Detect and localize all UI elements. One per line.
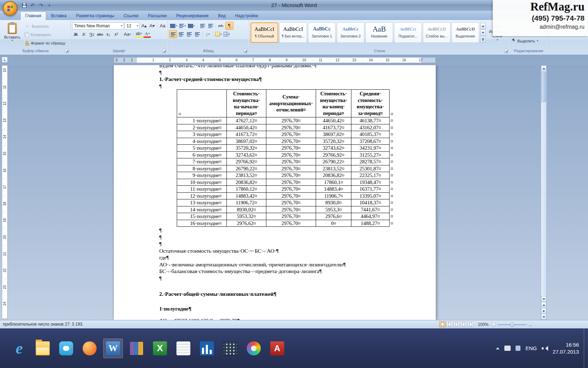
zoom-slider[interactable] [498, 324, 526, 325]
strikethrough-button[interactable]: abc [96, 30, 104, 38]
value-cell[interactable]: 41673,72¤ [316, 124, 351, 131]
value-cell[interactable]: 2976,70¤ [266, 186, 316, 193]
value-cell[interactable]: 13395,07¤ [351, 192, 389, 199]
value-cell[interactable]: 38697,02¤ [316, 131, 351, 138]
style-item[interactable]: АаBbCсiПодзагол... [394, 22, 422, 43]
row-label-cell[interactable]: 14·полугодие¤ [177, 206, 227, 213]
value-cell[interactable]: 1488,27¤ [351, 220, 389, 227]
value-cell[interactable]: 2976,70¤ [266, 165, 316, 172]
taskbar-item-word[interactable]: W [104, 339, 122, 358]
row-label-cell[interactable]: 6·полугодие¤ [177, 151, 227, 158]
value-cell[interactable]: 37208,67¤ [351, 138, 389, 145]
underline-button[interactable]: Ч▾ [88, 30, 96, 38]
align-right-button[interactable] [186, 30, 193, 38]
row-label-cell[interactable]: 15·полугодие¤ [177, 213, 227, 220]
row-label-cell[interactable]: 7·полугодие¤ [177, 158, 227, 165]
zoom-slider-thumb[interactable] [511, 322, 514, 327]
bullets-button[interactable]: ▾ [169, 22, 178, 29]
font-size-combo[interactable]: 12 ▾ [125, 22, 140, 29]
zoom-out-button[interactable]: − [491, 322, 496, 327]
value-cell[interactable]: 20836,82¤ [226, 179, 266, 186]
styles-dialog-launcher[interactable] [504, 49, 509, 53]
value-cell[interactable]: 5953,32¤ [226, 213, 266, 220]
previous-page-button[interactable] [541, 302, 546, 308]
zoom-level[interactable]: 100% [476, 322, 489, 327]
value-cell[interactable]: 2976,70¤ [266, 145, 316, 152]
taskbar-item-acrobat[interactable]: A [268, 339, 287, 358]
scroll-up-button[interactable] [541, 66, 546, 71]
value-cell[interactable]: 23813,52¤ [316, 165, 351, 172]
value-cell[interactable]: 0¤ [316, 220, 351, 227]
value-cell[interactable]: 44650,42¤ [226, 124, 266, 131]
clear-formatting-button[interactable]: Аа [159, 22, 166, 29]
value-cell[interactable]: 14883,4¤ [316, 186, 351, 193]
taskbar-item-chart-app[interactable] [197, 339, 216, 358]
highlight-button[interactable]: ab▾ [135, 30, 143, 38]
fullscreen-view-button[interactable] [446, 321, 453, 327]
value-cell[interactable]: 2976,70¤ [266, 158, 316, 165]
tab-Вставка[interactable]: Вставка [47, 12, 71, 20]
web-layout-view-button[interactable] [453, 321, 460, 327]
tab-Надстройки[interactable]: Надстройки [231, 12, 263, 20]
tab-Рассылки[interactable]: Рассылки [143, 12, 171, 20]
undo-button[interactable]: ↶ [29, 1, 36, 9]
value-cell[interactable]: 2976,70¤ [266, 206, 316, 213]
grow-font-button[interactable]: А▴ [140, 22, 148, 29]
value-cell[interactable]: 4464,97¤ [351, 213, 389, 220]
qat-customize-button[interactable]: ▾ [46, 1, 53, 9]
row-label-cell[interactable]: 16·полугодие¤ [177, 220, 227, 227]
row-label-cell[interactable]: 8·полугодие¤ [177, 165, 227, 172]
tab-Разметка страницы[interactable]: Разметка страницы [71, 12, 119, 20]
row-label-cell[interactable]: 9·полугодие¤ [177, 172, 227, 179]
value-cell[interactable]: 2976,70¤ [266, 172, 316, 179]
font-dialog-launcher[interactable] [162, 49, 167, 53]
tab-Главная[interactable]: Главная [20, 12, 46, 20]
value-cell[interactable]: 44650,42¤ [316, 117, 351, 124]
redo-button[interactable]: ↷ [37, 1, 45, 9]
shrink-font-button[interactable]: А▾ [148, 22, 156, 29]
style-item[interactable]: АаBbCсЗаголовок 2 [337, 22, 364, 43]
styles-more-button[interactable] [480, 36, 486, 42]
volume-icon[interactable] [542, 346, 548, 351]
table-header-cell[interactable]: Стоимость·имущества·на·начало·периода¤ [226, 90, 266, 117]
superscript-button[interactable]: x² [113, 30, 120, 38]
value-cell[interactable]: 10418,37¤ [351, 199, 389, 206]
value-cell[interactable]: 11906,7¤ [316, 192, 351, 199]
value-cell[interactable]: 41673,72¤ [226, 131, 266, 138]
row-label-cell[interactable]: 2·полугодие¤ [177, 124, 227, 131]
style-item[interactable]: АаBbCcI¶ Обычный [251, 22, 278, 43]
office-button[interactable] [3, 1, 18, 16]
value-cell[interactable]: 8930,02¤ [226, 206, 266, 213]
value-cell[interactable]: 5953,3¤ [316, 206, 351, 213]
value-cell[interactable]: 2976,70¤ [266, 199, 316, 206]
row-label-cell[interactable]: 12·полугодие¤ [177, 192, 227, 199]
value-cell[interactable]: 2976,70¤ [266, 179, 316, 186]
taskbar-item-browser[interactable] [80, 339, 99, 358]
value-cell[interactable]: 29766,92¤ [316, 151, 351, 158]
show-desktop-button[interactable] [584, 328, 586, 368]
value-cell[interactable]: 32743,62¤ [226, 151, 266, 158]
value-cell[interactable]: 43162,07¤ [351, 124, 389, 131]
value-cell[interactable]: 17860,12¤ [226, 186, 266, 193]
row-label-cell[interactable]: 1·полугодие¤ [177, 117, 227, 124]
paste-button[interactable]: Вставить ▾ [2, 21, 23, 47]
row-label-cell[interactable]: 10·полугодие¤ [177, 179, 227, 186]
row-label-cell[interactable]: 5·полугодие¤ [177, 145, 227, 152]
scrollbar-thumb[interactable] [541, 72, 546, 102]
draft-view-button[interactable] [467, 321, 474, 327]
value-cell[interactable]: 17860,1¤ [316, 179, 351, 186]
format-painter-button[interactable]: Формат по образцу [23, 40, 67, 47]
value-cell[interactable]: 34231,97¤ [351, 145, 389, 152]
value-cell[interactable]: 2976,70¤ [266, 124, 316, 131]
tray-icon[interactable] [516, 346, 520, 351]
vertical-scrollbar[interactable] [541, 65, 547, 320]
table-header-cell[interactable]: Средняя·стоимость·имущества·за·период¤ [351, 90, 389, 117]
row-label-cell[interactable]: 3·полугодие¤ [177, 131, 227, 138]
taskbar-item-file-explorer[interactable] [33, 339, 52, 358]
style-item[interactable]: АаВНазвание [365, 22, 393, 43]
value-cell[interactable]: 20836,82¤ [316, 172, 351, 179]
value-cell[interactable]: 2976,70¤ [266, 220, 316, 227]
value-cell[interactable]: 35720,32¤ [316, 138, 351, 145]
row-label-cell[interactable]: 13·полугодие¤ [177, 199, 227, 206]
taskbar-item-paint[interactable] [244, 339, 263, 358]
